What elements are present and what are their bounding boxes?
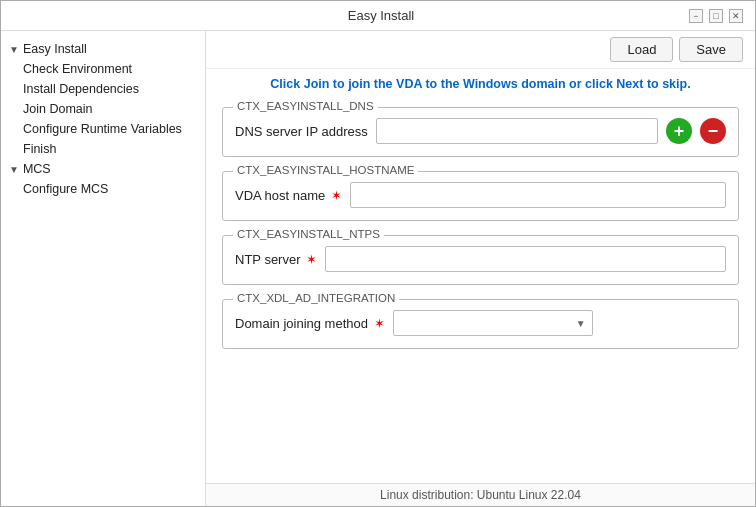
sidebar-group-easy-install[interactable]: ▼ Easy Install — [1, 39, 205, 59]
hostname-group: CTX_EASYINSTALL_HOSTNAME VDA host name ✶ — [222, 171, 739, 221]
window-title: Easy Install — [73, 8, 689, 23]
domain-joining-select-wrapper[interactable]: ▼ — [393, 310, 593, 336]
dns-label: DNS server IP address — [235, 124, 368, 139]
main-panel: Load Save Click Join to join the VDA to … — [206, 31, 755, 506]
ntp-label: NTP server ✶ — [235, 252, 317, 267]
sidebar-item-join-domain[interactable]: Join Domain — [1, 99, 205, 119]
remove-dns-button[interactable]: − — [700, 118, 726, 144]
title-bar: Easy Install − □ ✕ — [1, 1, 755, 31]
chevron-down-select-icon: ▼ — [576, 318, 586, 329]
sidebar-group-easy-install-label: Easy Install — [23, 42, 87, 56]
load-button[interactable]: Load — [610, 37, 673, 62]
main-window: Easy Install − □ ✕ ▼ Easy Install Check … — [0, 0, 756, 507]
ntp-legend: CTX_EASYINSTALL_NTPS — [233, 228, 384, 240]
status-bar: Linux distribution: Ubuntu Linux 22.04 — [206, 483, 755, 506]
ntp-required-star: ✶ — [303, 252, 318, 267]
ntp-group: CTX_EASYINSTALL_NTPS NTP server ✶ — [222, 235, 739, 285]
dns-field-row: DNS server IP address + − — [235, 118, 726, 144]
sidebar-item-finish[interactable]: Finish — [1, 139, 205, 159]
ad-integration-field-row: Domain joining method ✶ ▼ — [235, 310, 726, 336]
maximize-button[interactable]: □ — [709, 9, 723, 23]
dns-group: CTX_EASYINSTALL_DNS DNS server IP addres… — [222, 107, 739, 157]
form-area: CTX_EASYINSTALL_DNS DNS server IP addres… — [206, 99, 755, 483]
domain-joining-required-star: ✶ — [370, 316, 385, 331]
sidebar-item-install-dependencies[interactable]: Install Dependencies — [1, 79, 205, 99]
save-button[interactable]: Save — [679, 37, 743, 62]
add-dns-button[interactable]: + — [666, 118, 692, 144]
minimize-button[interactable]: − — [689, 9, 703, 23]
sidebar: ▼ Easy Install Check Environment Install… — [1, 31, 206, 506]
ntp-field-row: NTP server ✶ — [235, 246, 726, 272]
ntp-input[interactable] — [325, 246, 726, 272]
sidebar-group-mcs-label: MCS — [23, 162, 51, 176]
dns-legend: CTX_EASYINSTALL_DNS — [233, 100, 378, 112]
info-banner: Click Join to join the VDA to the Window… — [206, 69, 755, 99]
hostname-label: VDA host name ✶ — [235, 188, 342, 203]
hostname-field-row: VDA host name ✶ — [235, 182, 726, 208]
sidebar-item-configure-mcs[interactable]: Configure MCS — [1, 179, 205, 199]
domain-joining-select[interactable] — [400, 316, 576, 331]
ad-integration-group: CTX_XDL_AD_INTEGRATION Domain joining me… — [222, 299, 739, 349]
sidebar-group-mcs[interactable]: ▼ MCS — [1, 159, 205, 179]
toolbar: Load Save — [206, 31, 755, 69]
sidebar-item-configure-runtime-variables[interactable]: Configure Runtime Variables — [1, 119, 205, 139]
chevron-down-icon-mcs: ▼ — [9, 164, 19, 175]
ad-integration-legend: CTX_XDL_AD_INTEGRATION — [233, 292, 399, 304]
chevron-down-icon: ▼ — [9, 44, 19, 55]
sidebar-item-check-environment[interactable]: Check Environment — [1, 59, 205, 79]
hostname-legend: CTX_EASYINSTALL_HOSTNAME — [233, 164, 418, 176]
status-text: Linux distribution: Ubuntu Linux 22.04 — [380, 488, 581, 502]
window-controls: − □ ✕ — [689, 9, 743, 23]
domain-joining-label: Domain joining method ✶ — [235, 316, 385, 331]
content-area: ▼ Easy Install Check Environment Install… — [1, 31, 755, 506]
hostname-required-star: ✶ — [327, 188, 342, 203]
hostname-input[interactable] — [350, 182, 726, 208]
close-button[interactable]: ✕ — [729, 9, 743, 23]
dns-input[interactable] — [376, 118, 658, 144]
